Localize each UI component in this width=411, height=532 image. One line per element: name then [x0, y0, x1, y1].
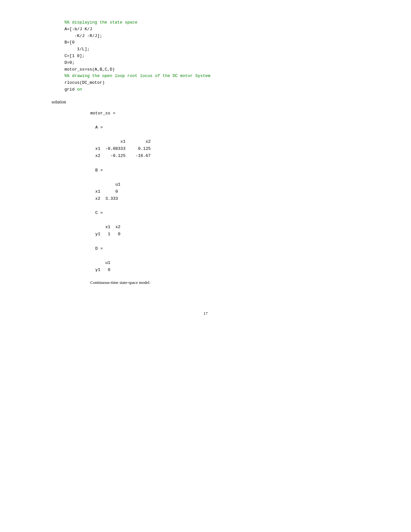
sol-line-18	[90, 238, 385, 245]
sol-line-13	[90, 202, 385, 209]
on-keyword: on	[77, 87, 82, 92]
sol-line-4: x1 x2	[90, 138, 385, 145]
code-line-rlocus: rlocus(DC_motor)	[64, 80, 385, 86]
grid-text: grid	[64, 87, 77, 92]
sol-line-1	[90, 117, 385, 124]
sol-line-8: B =	[90, 167, 385, 174]
code-line-comment2: %% drawing the open loop root locus of t…	[64, 73, 385, 80]
sol-line-16: x1 x2	[90, 224, 385, 231]
page-number: 17	[26, 311, 385, 316]
sol-line-12: x2 3.333	[90, 195, 385, 202]
sol-line-14: C =	[90, 209, 385, 217]
sol-line-21: u1	[90, 259, 385, 266]
sol-line-6: x2 -0.125 -16.67	[90, 152, 385, 160]
sol-line-7	[90, 160, 385, 167]
code-block: %% displaying the state space A=[-b/J K/…	[64, 19, 385, 93]
code-line-motorss: motor_ss=ss(A,B,C,D)	[64, 66, 385, 73]
footer-text: Continuous-time state-space model.	[90, 280, 385, 285]
solution-block: motor_ss = A = x1 x2 x1 -0.08333 0.125 x…	[90, 110, 385, 274]
sol-line-17: y1 1 0	[90, 231, 385, 238]
code-line-d: D=0;	[64, 60, 385, 66]
sol-line-11: x1 0	[90, 188, 385, 195]
code-line-c: C=[1 0];	[64, 53, 385, 60]
sol-line-9	[90, 174, 385, 181]
code-line-grid: grid on	[64, 86, 385, 93]
sol-line-22: y1 0	[90, 266, 385, 274]
sol-line-10: u1	[90, 181, 385, 188]
sol-line-3	[90, 131, 385, 138]
sol-line-19: D =	[90, 245, 385, 252]
code-line-1l: 1/L];	[64, 46, 385, 53]
code-line-akj: -K/J -R/J];	[64, 33, 385, 40]
sol-line-0: motor_ss =	[90, 110, 385, 117]
code-line-comment1: %% displaying the state space	[64, 19, 385, 26]
code-line-b: B=[0	[64, 39, 385, 46]
code-line-a: A=[-b/J K/J	[64, 26, 385, 33]
sol-line-5: x1 -0.08333 0.125	[90, 145, 385, 152]
sol-line-20	[90, 252, 385, 259]
sol-line-15	[90, 217, 385, 224]
sol-line-2: A =	[90, 124, 385, 131]
solution-label: solution	[52, 100, 385, 105]
